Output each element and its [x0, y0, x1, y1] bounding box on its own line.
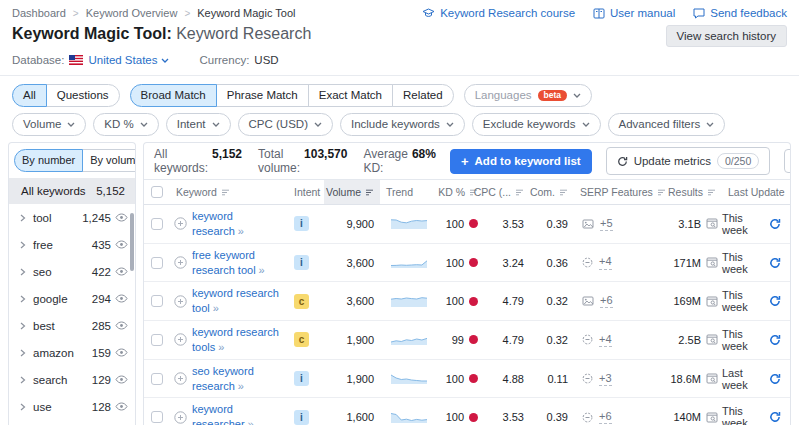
sort-toggle-by-volume[interactable]: By volume	[82, 149, 136, 172]
eye-icon[interactable]	[115, 213, 128, 222]
sort-icon[interactable]	[707, 188, 716, 197]
serp-more-link[interactable]: +3	[599, 372, 612, 386]
serp-more-link[interactable]: +6	[599, 410, 612, 424]
sort-icon[interactable]	[365, 188, 374, 197]
column-header-volume[interactable]: Volume	[324, 180, 380, 204]
keyword-link[interactable]: keyword research tool	[192, 287, 279, 314]
match-tab-exact-match[interactable]: Exact Match	[308, 84, 393, 107]
sort-icon[interactable]	[559, 188, 568, 197]
filter-dropdown-kd-[interactable]: KD %	[93, 113, 158, 136]
row-checkbox[interactable]	[144, 218, 170, 230]
serp-more-link[interactable]: +6	[600, 294, 613, 308]
refresh-icon[interactable]	[769, 257, 781, 269]
column-header-results[interactable]: Results	[656, 180, 722, 204]
chevron-right-icon[interactable]	[20, 403, 26, 411]
breadcrumb-item[interactable]: Dashboard	[12, 7, 66, 19]
add-keyword-icon[interactable]	[174, 372, 187, 385]
keyword-link[interactable]: seo keyword research	[192, 365, 254, 392]
select-all-checkbox[interactable]	[144, 180, 170, 204]
keyword-research-course-link[interactable]: Keyword Research course	[422, 7, 575, 19]
row-checkbox[interactable]	[144, 373, 170, 385]
view-search-history-button[interactable]: View search history	[666, 25, 788, 47]
match-tab-related[interactable]: Related	[392, 84, 454, 107]
chevron-right-icon[interactable]	[20, 214, 26, 222]
sidebar-group-semrush[interactable]: semrush127	[9, 420, 135, 425]
sidebar-group-seo[interactable]: seo422	[9, 258, 135, 285]
chevron-right-icon[interactable]	[20, 376, 26, 384]
eye-icon[interactable]	[115, 240, 128, 249]
keyword-link[interactable]: keyword research tools	[192, 326, 279, 353]
serp-preview-icon[interactable]	[706, 218, 718, 229]
filter-dropdown-volume[interactable]: Volume	[12, 113, 86, 136]
add-keyword-icon[interactable]	[174, 256, 187, 269]
send-feedback-link[interactable]: Send feedback	[693, 7, 787, 19]
serp-preview-icon[interactable]	[706, 257, 718, 268]
eye-icon[interactable]	[115, 348, 128, 357]
match-tab-broad-match[interactable]: Broad Match	[130, 84, 217, 107]
serp-more-link[interactable]: +5	[600, 217, 613, 231]
eye-icon[interactable]	[115, 402, 128, 411]
refresh-icon[interactable]	[769, 334, 781, 346]
chevron-right-icon[interactable]	[20, 295, 26, 303]
serp-preview-icon[interactable]	[706, 334, 718, 345]
eye-icon[interactable]	[115, 375, 128, 384]
serp-preview-icon[interactable]	[706, 296, 718, 307]
filter-dropdown-cpc-usd-[interactable]: CPC (USD)	[238, 113, 333, 136]
chevron-right-icon[interactable]	[20, 241, 26, 249]
match-tab-phrase-match[interactable]: Phrase Match	[216, 84, 309, 107]
add-keyword-icon[interactable]	[174, 295, 187, 308]
serp-preview-icon[interactable]	[706, 373, 718, 384]
sidebar-scrollbar[interactable]	[130, 213, 134, 271]
sidebar-all-keywords-row[interactable]: All keywords 5,152	[9, 178, 135, 204]
breadcrumb-item[interactable]: Keyword Magic Tool	[197, 7, 295, 19]
column-header-com-[interactable]: Com.	[530, 180, 574, 204]
database-selector[interactable]: Database: United States	[12, 54, 169, 66]
row-checkbox[interactable]	[144, 411, 170, 423]
user-manual-link[interactable]: User manual	[593, 7, 675, 19]
sidebar-group-use[interactable]: use128	[9, 393, 135, 420]
sidebar-group-amazon[interactable]: amazon159	[9, 339, 135, 366]
sort-icon[interactable]	[789, 188, 791, 197]
chevron-right-icon[interactable]	[20, 322, 26, 330]
breadcrumb-item[interactable]: Keyword Overview	[86, 7, 178, 19]
export-button[interactable]: Export	[784, 149, 791, 173]
add-keyword-icon[interactable]	[174, 411, 187, 424]
sidebar-group-tool[interactable]: tool1,245	[9, 204, 135, 231]
eye-icon[interactable]	[115, 294, 128, 303]
sidebar-group-free[interactable]: free435	[9, 231, 135, 258]
open-keyword-icon[interactable]: »	[238, 225, 244, 237]
sidebar-group-google[interactable]: google294	[9, 285, 135, 312]
row-checkbox[interactable]	[144, 334, 170, 346]
row-checkbox[interactable]	[144, 257, 170, 269]
open-keyword-icon[interactable]: »	[238, 380, 244, 392]
keyword-link[interactable]: keyword researcher	[192, 403, 245, 425]
open-keyword-icon[interactable]: »	[248, 418, 254, 425]
column-header-cpc-[interactable]: CPC (...	[484, 180, 530, 204]
tab-questions[interactable]: Questions	[46, 84, 120, 107]
column-header-last-update[interactable]: Last Update	[722, 180, 791, 204]
tab-all[interactable]: All	[12, 84, 47, 107]
chevron-right-icon[interactable]	[20, 349, 26, 357]
open-keyword-icon[interactable]: »	[259, 264, 265, 276]
open-keyword-icon[interactable]: »	[218, 341, 224, 353]
refresh-icon[interactable]	[769, 373, 781, 385]
filter-dropdown-include-keywords[interactable]: Include keywords	[340, 113, 465, 136]
refresh-icon[interactable]	[769, 295, 781, 307]
sidebar-group-search[interactable]: search129	[9, 366, 135, 393]
column-header-serp-features[interactable]: SERP Features	[574, 180, 656, 204]
serp-more-link[interactable]: +4	[599, 333, 612, 347]
update-metrics-button[interactable]: Update metrics 0/250	[606, 147, 771, 175]
sort-icon[interactable]	[221, 188, 230, 197]
add-keyword-icon[interactable]	[174, 333, 187, 346]
serp-more-link[interactable]: +4	[599, 255, 612, 269]
chevron-right-icon[interactable]	[20, 268, 26, 276]
refresh-icon[interactable]	[769, 218, 781, 230]
filter-dropdown-advanced-filters[interactable]: Advanced filters	[608, 113, 726, 136]
add-keyword-icon[interactable]	[174, 217, 187, 230]
add-to-keyword-list-button[interactable]: + Add to keyword list	[450, 149, 592, 174]
serp-preview-icon[interactable]	[706, 412, 718, 423]
row-checkbox[interactable]	[144, 295, 170, 307]
filter-dropdown-exclude-keywords[interactable]: Exclude keywords	[472, 113, 601, 136]
sort-icon[interactable]	[515, 188, 524, 197]
languages-dropdown[interactable]: Languages beta	[464, 84, 592, 107]
